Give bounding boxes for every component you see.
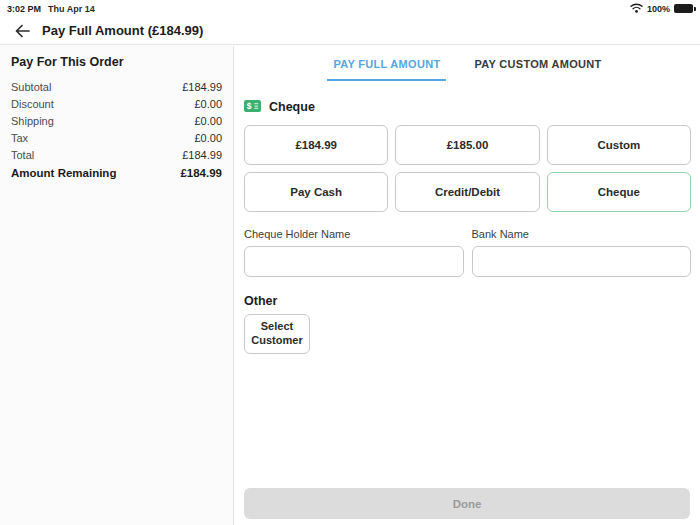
amount-button-custom[interactable]: Custom xyxy=(547,125,691,165)
summary-row-shipping: Shipping £0.00 xyxy=(11,112,222,129)
battery-percentage: 100% xyxy=(647,4,670,14)
summary-row-discount: Discount £0.00 xyxy=(11,95,222,112)
pay-cash-button[interactable]: Pay Cash xyxy=(244,172,388,212)
payment-tabs: PAY FULL AMOUNT PAY CUSTOM AMOUNT xyxy=(235,46,700,81)
payment-method-row: Pay Cash Credit/Debit Cheque xyxy=(244,172,691,212)
order-summary-panel: Pay For This Order Subtotal £184.99 Disc… xyxy=(0,46,234,525)
back-button[interactable] xyxy=(14,24,30,38)
cheque-holder-name-input[interactable] xyxy=(244,246,464,277)
summary-row-subtotal: Subtotal £184.99 xyxy=(11,78,222,95)
clock-date: Thu Apr 14 xyxy=(48,4,95,14)
page-title: Pay Full Amount (£184.99) xyxy=(42,23,203,38)
payment-panel: PAY FULL AMOUNT PAY CUSTOM AMOUNT $ Cheq… xyxy=(235,46,700,525)
tab-pay-full-amount[interactable]: PAY FULL AMOUNT xyxy=(327,53,446,81)
summary-row-amount-remaining: Amount Remaining £184.99 xyxy=(11,164,222,181)
svg-text:$: $ xyxy=(247,101,252,111)
money-banknote-icon: $ xyxy=(244,98,261,116)
credit-debit-button[interactable]: Credit/Debit xyxy=(395,172,539,212)
select-customer-button[interactable]: Select Customer xyxy=(244,314,310,354)
summary-row-total: Total £184.99 xyxy=(11,147,222,164)
amount-button-row: £184.99 £185.00 Custom xyxy=(244,125,691,165)
amount-button-full[interactable]: £184.99 xyxy=(244,125,388,165)
bank-name-label: Bank Name xyxy=(472,228,692,240)
cheque-section-title: Cheque xyxy=(269,100,315,114)
navigation-bar: Pay Full Amount (£184.99) xyxy=(0,17,700,45)
status-bar: 3:02 PM Thu Apr 14 100% xyxy=(0,0,700,17)
done-button[interactable]: Done xyxy=(244,488,690,519)
clock-time: 3:02 PM xyxy=(7,4,41,14)
amount-button-rounded[interactable]: £185.00 xyxy=(395,125,539,165)
tab-pay-custom-amount[interactable]: PAY CUSTOM AMOUNT xyxy=(468,53,607,81)
order-summary-title: Pay For This Order xyxy=(11,55,222,69)
cheque-fields-row: Cheque Holder Name Bank Name xyxy=(244,228,691,277)
summary-row-tax: Tax £0.00 xyxy=(11,130,222,147)
other-section-title: Other xyxy=(244,294,691,308)
wifi-icon xyxy=(630,3,643,15)
bank-name-input[interactable] xyxy=(472,246,692,277)
cheque-button[interactable]: Cheque xyxy=(547,172,691,212)
cheque-holder-name-label: Cheque Holder Name xyxy=(244,228,464,240)
battery-icon xyxy=(674,4,693,13)
